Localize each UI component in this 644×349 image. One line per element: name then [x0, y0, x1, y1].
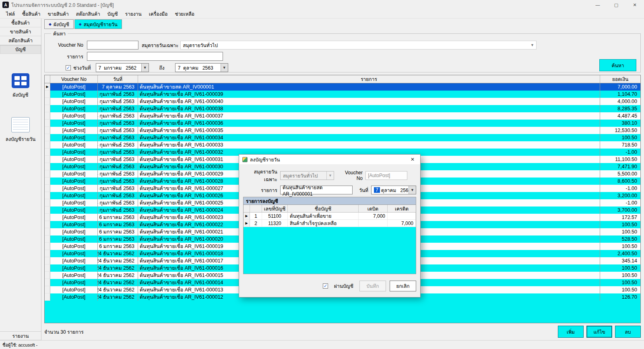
- voucher-no-input[interactable]: [87, 41, 138, 50]
- grid-cell-account-name: สินค้าสำเร็จรูปคงเหลือ: [288, 220, 359, 227]
- table-row[interactable]: ▶ [AutoPost] 14 กุมภาพันธ์ 2563 ต้นทุนสิ…: [45, 120, 640, 127]
- chevron-down-icon[interactable]: ▼: [221, 64, 228, 72]
- table-row[interactable]: ▶ [AutoPost] 14 กุมภาพันธ์ 2563 ต้นทุนสิ…: [45, 112, 640, 120]
- cell-voucher: [AutoPost]: [50, 221, 98, 228]
- dialog-title-bar[interactable]: ลงบัญชีรายวัน ✕: [239, 155, 420, 164]
- edit-button[interactable]: แก้ไข: [586, 326, 612, 338]
- date-range-checkbox[interactable]: ✓: [66, 65, 71, 70]
- row-indicator: ▶: [45, 192, 50, 199]
- cell-amount: 100.50: [600, 221, 640, 228]
- journal-entry-icon: [242, 157, 248, 162]
- chevron-down-icon[interactable]: ▼: [529, 41, 536, 49]
- row-indicator: ▶: [45, 178, 50, 185]
- cell-date: 6 มกราคม 2563: [98, 214, 138, 221]
- journal-type-label: สมุดรายวันเฉพาะ: [142, 41, 180, 49]
- dialog-description-label: รายการ: [243, 186, 280, 194]
- col-description[interactable]: รายการ: [138, 75, 600, 83]
- search-button[interactable]: ค้นหา: [599, 59, 636, 71]
- grid-col-account-name[interactable]: ชื่อบัญชี: [288, 205, 359, 212]
- date-range-label: ช่วงวันที่: [73, 64, 96, 72]
- description-input[interactable]: [87, 52, 223, 61]
- cell-date: 14 กุมภาพันธ์ 2563: [98, 163, 138, 170]
- journal-type-select[interactable]: สมุดรายวันทั่วไป ▼: [180, 41, 537, 50]
- menu-item[interactable]: ช่วยเหลือ: [171, 10, 198, 18]
- dialog-close-button[interactable]: ✕: [406, 155, 419, 164]
- shortcut-chart-of-accounts[interactable]: ผังบัญชี: [12, 73, 29, 99]
- row-indicator-header: [45, 75, 50, 83]
- cancel-button[interactable]: ยกเลิก: [390, 281, 416, 291]
- menu-item[interactable]: สต๊อกสินค้า: [72, 10, 104, 18]
- date-from-select[interactable]: 7 มกราคม 2562 ▼: [96, 63, 149, 72]
- journal-entry-dialog: ลงบัญชีรายวัน ✕ สมุดรายวันเฉพาะ สมุดรายว…: [239, 154, 421, 297]
- col-voucher-no[interactable]: Voucher No: [50, 75, 98, 83]
- grid-col-credit[interactable]: เครดิต: [388, 205, 416, 212]
- shortcut-label: ลงบัญชีรายวัน: [6, 135, 35, 143]
- cell-amount: 8,600.50: [600, 178, 640, 185]
- table-row[interactable]: ▶ [AutoPost] 14 กุมภาพันธ์ 2563 ต้นทุนสิ…: [45, 127, 640, 134]
- date-to-select[interactable]: 7 ตุลาคม 2563 ▼: [175, 63, 228, 72]
- cell-amount: 4,000.00: [600, 98, 640, 105]
- cell-description: ต้นทุนสินค้าขายเชื่อ AR_IV61-000038: [138, 105, 600, 112]
- sidebar-item[interactable]: ขายสินค้า: [0, 27, 41, 36]
- row-indicator: ▶: [45, 279, 50, 286]
- sidebar-item-reports[interactable]: รายงาน: [0, 331, 41, 340]
- chevron-down-icon[interactable]: ▼: [141, 64, 149, 72]
- date-from-value: 7 มกราคม 2562: [96, 64, 141, 72]
- dialog-description-input[interactable]: ต้นทุนสินค้าขายสด AR_IV000001: [280, 186, 353, 194]
- grid-cell-account-name: ต้นทุนสินค้าเพื่อขาย: [288, 213, 359, 219]
- sidebar-item[interactable]: สต๊อกสินค้า: [0, 36, 41, 45]
- menu-item[interactable]: ขายสินค้า: [44, 10, 72, 18]
- table-row[interactable]: ▶ [AutoPost] 7 ตุลาคม 2563 ต้นทุนสินค้าข…: [45, 83, 640, 91]
- menu-item[interactable]: ไฟล์: [2, 10, 19, 18]
- col-date[interactable]: วันที่: [98, 75, 138, 83]
- maximize-button[interactable]: ▢: [607, 0, 625, 10]
- grid-col-debit[interactable]: เดบิต: [359, 205, 388, 212]
- tab[interactable]: ◆ ผังบัญชี: [44, 19, 74, 29]
- sidebar-item[interactable]: บัญชี: [0, 45, 41, 54]
- entries-grid-row[interactable]: ▶ 1 51100 ต้นทุนสินค้าเพื่อขาย 7,000: [244, 213, 416, 220]
- table-row[interactable]: ▶ [AutoPost] 14 กุมภาพันธ์ 2563 ต้นทุนสิ…: [45, 105, 640, 112]
- cell-date: 24 ธันวาคม 2562: [98, 272, 138, 279]
- table-row[interactable]: ▶ [AutoPost] 14 กุมภาพันธ์ 2563 ต้นทุนสิ…: [45, 134, 640, 141]
- table-row[interactable]: ▶ [AutoPost] 14 กุมภาพันธ์ 2563 ต้นทุนสิ…: [45, 141, 640, 149]
- table-row[interactable]: ▶ [AutoPost] 14 กุมภาพันธ์ 2563 ต้นทุนสิ…: [45, 98, 640, 105]
- cell-voucher: [AutoPost]: [50, 286, 98, 293]
- date-to-value: 7 ตุลาคม 2563: [175, 64, 221, 72]
- table-row[interactable]: ▶ [AutoPost] 14 กุมภาพันธ์ 2563 ต้นทุนสิ…: [45, 91, 640, 98]
- close-button[interactable]: ✕: [625, 0, 644, 10]
- chevron-down-icon[interactable]: ▼: [409, 186, 416, 194]
- cell-voucher: [AutoPost]: [50, 156, 98, 163]
- cell-voucher: [AutoPost]: [50, 91, 98, 98]
- row-indicator: ▶: [45, 170, 50, 178]
- menu-item[interactable]: รายงาน: [122, 10, 145, 18]
- cell-voucher: [AutoPost]: [50, 192, 98, 199]
- minimize-button[interactable]: —: [588, 0, 607, 10]
- grid-row-indicator: ▶: [244, 213, 250, 219]
- row-indicator: ▶: [45, 141, 50, 149]
- row-indicator: ▶: [45, 207, 50, 214]
- cell-date: 14 กุมภาพันธ์ 2563: [98, 192, 138, 199]
- description-label: รายการ: [49, 53, 87, 60]
- cell-amount: 100.50: [600, 279, 640, 286]
- grid-row-indicator-header: [244, 205, 250, 212]
- entries-grid-title: รายการลงบัญชี: [244, 197, 416, 205]
- row-indicator: ▶: [45, 257, 50, 264]
- entries-grid-row[interactable]: ▶ 2 11320 สินค้าสำเร็จรูปคงเหลือ 7,000: [244, 220, 416, 227]
- add-button[interactable]: เพิ่ม: [558, 326, 584, 338]
- cell-amount: -1.00: [600, 149, 640, 156]
- cell-date: 24 ธันวาคม 2562: [98, 279, 138, 286]
- post-checkbox[interactable]: ✓: [323, 283, 328, 289]
- menu-item[interactable]: บัญชี: [104, 10, 122, 18]
- menu-item[interactable]: เครื่องมือ: [145, 10, 171, 18]
- grid-col-account[interactable]: เลขที่บัญชี: [262, 205, 288, 212]
- shortcut-daily-journal[interactable]: ลงบัญชีรายวัน: [6, 117, 35, 143]
- cell-date: 14 กุมภาพันธ์ 2563: [98, 156, 138, 163]
- delete-button[interactable]: ลบ: [615, 326, 641, 338]
- sidebar-item[interactable]: ซื้อสินค้า: [0, 19, 41, 27]
- row-indicator: ▶: [45, 250, 50, 257]
- tab[interactable]: ◆ สมุดบัญชีรายวัน: [74, 19, 122, 29]
- app-icon: A: [2, 2, 9, 8]
- dialog-date-select[interactable]: 7ตุลาคม 2563 ▼: [371, 186, 416, 194]
- menu-item[interactable]: ซื้อสินค้า: [19, 10, 44, 18]
- col-amount[interactable]: ยอดเงิน: [600, 75, 640, 83]
